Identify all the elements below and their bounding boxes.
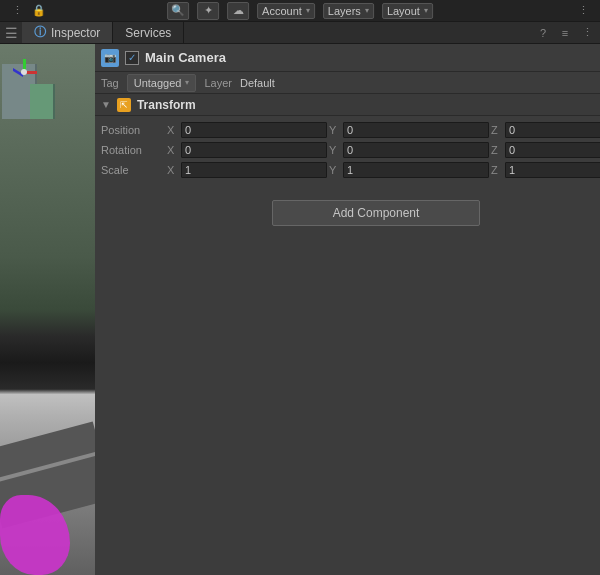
- position-z-input[interactable]: [505, 122, 600, 138]
- rotation-z-letter: Z: [491, 144, 503, 156]
- tab-spacer: [184, 22, 534, 43]
- position-y-field: Y: [329, 122, 489, 138]
- layers-label: Layers: [328, 5, 361, 17]
- rotation-xyz-group: X Y Z: [167, 142, 600, 158]
- tab-inspector[interactable]: ⓘ Inspector: [22, 22, 113, 43]
- toolbar-center: 🔍 ✦ ☁ Account ▾ Layers ▾ Layout ▾: [167, 2, 433, 20]
- layout-chevron-icon: ▾: [424, 6, 428, 15]
- add-component-button[interactable]: Add Component: [272, 200, 481, 226]
- camera-icon: 📷: [101, 49, 119, 67]
- scale-row: Scale X Y Z: [95, 160, 600, 180]
- layers-chevron-icon: ▾: [365, 6, 369, 15]
- position-x-input[interactable]: [181, 122, 327, 138]
- info-icon: ⓘ: [34, 24, 46, 41]
- scene-background: [0, 44, 95, 575]
- object-enabled-checkbox[interactable]: ✓: [125, 51, 139, 65]
- scale-z-letter: Z: [491, 164, 503, 176]
- layer-value: Default: [240, 77, 275, 89]
- search-icon[interactable]: 🔍: [167, 2, 189, 20]
- transform-header[interactable]: ▼ ⇱ Transform ? ≡ ⋮: [95, 94, 600, 116]
- help-icon[interactable]: ?: [534, 24, 552, 42]
- rotation-z-field: Z: [491, 142, 600, 158]
- transform-fields: Position X Y Z: [95, 116, 600, 184]
- rotation-y-field: Y: [329, 142, 489, 158]
- layer-label: Layer: [204, 77, 232, 89]
- rotation-x-field: X: [167, 142, 327, 158]
- scale-x-input[interactable]: [181, 162, 327, 178]
- tag-dropdown[interactable]: Untagged ▾: [127, 74, 197, 92]
- scale-x-field: X: [167, 162, 327, 178]
- inspector-panel: 📷 ✓ Main Camera Static ▾ Tag Untagged ▾ …: [95, 44, 600, 575]
- checkmark-icon: ✓: [128, 52, 136, 63]
- scene-panel: [0, 44, 95, 575]
- tag-value: Untagged: [134, 77, 182, 89]
- layout-label: Layout: [387, 5, 420, 17]
- rotation-x-input[interactable]: [181, 142, 327, 158]
- main-area: 📷 ✓ Main Camera Static ▾ Tag Untagged ▾ …: [0, 44, 600, 575]
- position-y-letter: Y: [329, 124, 341, 136]
- gizmo-center: [21, 69, 27, 75]
- scale-label: Scale: [101, 164, 161, 176]
- transform-title: Transform: [137, 98, 589, 112]
- lock-icon[interactable]: 🔒: [30, 2, 48, 20]
- axis-gizmo: [10, 59, 40, 89]
- layout-dropdown[interactable]: Layout ▾: [382, 3, 433, 19]
- scale-y-letter: Y: [329, 164, 341, 176]
- transform-icon: ⇱: [117, 98, 131, 112]
- position-z-letter: Z: [491, 124, 503, 136]
- tab-menu-icon[interactable]: ⋮: [578, 24, 596, 42]
- top-toolbar: ⋮ 🔒 🔍 ✦ ☁ Account ▾ Layers ▾ Layout ▾ ⋮: [0, 0, 600, 22]
- rotation-y-input[interactable]: [343, 142, 489, 158]
- tag-chevron-icon: ▾: [185, 78, 189, 87]
- tag-layer-row: Tag Untagged ▾ Layer Default: [95, 72, 600, 94]
- rotation-z-input[interactable]: [505, 142, 600, 158]
- object-header: 📷 ✓ Main Camera Static ▾: [95, 44, 600, 72]
- layers-dropdown[interactable]: Layers ▾: [323, 3, 374, 19]
- rotation-row: Rotation X Y Z: [95, 140, 600, 160]
- scale-z-input[interactable]: [505, 162, 600, 178]
- object-name: Main Camera: [145, 50, 597, 65]
- toolbar-left: ⋮ 🔒: [8, 2, 48, 20]
- tab-bar: ☰ ⓘ Inspector Services ? ≡ ⋮: [0, 22, 600, 44]
- lighting-icon[interactable]: ✦: [197, 2, 219, 20]
- transform-section: ▼ ⇱ Transform ? ≡ ⋮ Position X: [95, 94, 600, 184]
- position-row: Position X Y Z: [95, 120, 600, 140]
- position-xyz-group: X Y Z: [167, 122, 600, 138]
- transform-help-icon[interactable]: ?: [595, 97, 600, 113]
- collapse-arrow-icon: ▼: [101, 99, 111, 110]
- position-z-field: Z: [491, 122, 600, 138]
- position-label: Position: [101, 124, 161, 136]
- tag-label: Tag: [101, 77, 119, 89]
- scale-y-field: Y: [329, 162, 489, 178]
- building-2: [30, 84, 55, 119]
- add-component-area: Add Component: [95, 184, 600, 242]
- toolbar-right: ⋮: [574, 2, 592, 20]
- account-label: Account: [262, 5, 302, 17]
- scale-y-input[interactable]: [343, 162, 489, 178]
- overflow-menu-icon[interactable]: ⋮: [574, 2, 592, 20]
- rotation-label: Rotation: [101, 144, 161, 156]
- scale-xyz-group: X Y Z: [167, 162, 600, 178]
- rotation-x-letter: X: [167, 144, 179, 156]
- position-y-input[interactable]: [343, 122, 489, 138]
- scale-z-field: Z: [491, 162, 600, 178]
- cloud-icon[interactable]: ☁: [227, 2, 249, 20]
- scale-x-letter: X: [167, 164, 179, 176]
- settings-icon[interactable]: ≡: [556, 24, 574, 42]
- account-chevron-icon: ▾: [306, 6, 310, 15]
- rotation-y-letter: Y: [329, 144, 341, 156]
- services-tab-label: Services: [125, 26, 171, 40]
- tab-right-icons: ? ≡ ⋮: [534, 22, 600, 43]
- tab-services[interactable]: Services: [113, 22, 184, 43]
- account-dropdown[interactable]: Account ▾: [257, 3, 315, 19]
- menu-icon[interactable]: ⋮: [8, 2, 26, 20]
- transform-actions: ? ≡ ⋮: [595, 97, 600, 113]
- tab-collapse-icon[interactable]: ☰: [0, 22, 22, 43]
- position-x-letter: X: [167, 124, 179, 136]
- position-x-field: X: [167, 122, 327, 138]
- inspector-tab-label: Inspector: [51, 26, 100, 40]
